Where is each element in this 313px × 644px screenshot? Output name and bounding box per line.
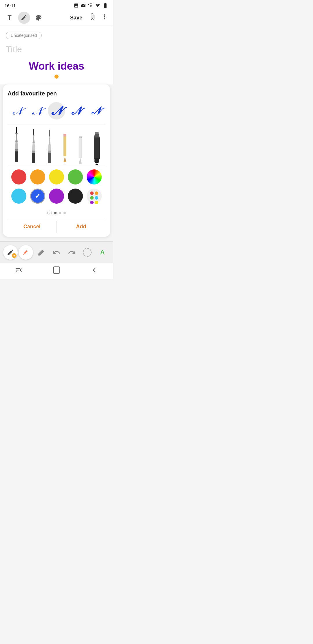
svg-rect-27 (94, 138, 100, 159)
highlighter-tool[interactable] (19, 245, 33, 260)
mini-dot-1 (90, 191, 94, 195)
more-vert-icon (101, 13, 108, 21)
pen-tool-button[interactable] (18, 12, 30, 24)
svg-rect-13 (48, 151, 51, 153)
pen-type-3[interactable] (44, 127, 55, 165)
svg-rect-28 (94, 158, 99, 162)
svg-rect-12 (48, 152, 51, 163)
status-bar: 16:11 (0, 0, 113, 10)
nav-home-button[interactable] (49, 266, 64, 274)
svg-rect-0 (15, 151, 18, 162)
pen-style-2[interactable]: 𝒩 (28, 102, 46, 120)
lasso-icon (83, 248, 92, 257)
lasso-tool[interactable] (80, 245, 94, 260)
eraser-icon (37, 249, 45, 256)
color-rainbow[interactable] (87, 169, 102, 184)
pen-type-6[interactable] (90, 127, 103, 165)
pen-style-4[interactable]: 𝒩 (68, 102, 85, 120)
eraser-tool[interactable] (34, 245, 48, 260)
nav-bar (0, 263, 113, 279)
svg-point-5 (15, 133, 18, 135)
main-toolbar: T Save (0, 10, 113, 26)
color-row-1 (9, 169, 104, 184)
save-button[interactable]: Save (67, 13, 85, 23)
nav-menu-icon (15, 266, 23, 274)
color-purple[interactable] (49, 189, 64, 204)
page-dot-4[interactable] (63, 212, 66, 214)
color-orange[interactable] (30, 169, 45, 184)
mail-icon (81, 3, 86, 8)
dialog-actions: Cancel Add (8, 219, 105, 234)
nav-menu-button[interactable] (12, 266, 26, 274)
more-options-button[interactable] (100, 12, 110, 23)
pen-style-5[interactable]: 𝒩 (87, 102, 104, 120)
bottom-toolbar: ★ A (0, 241, 113, 263)
svg-rect-18 (63, 136, 66, 156)
nav-back-button[interactable] (87, 266, 101, 274)
cancel-button[interactable]: Cancel (8, 219, 57, 234)
color-green[interactable] (68, 169, 83, 184)
undo-icon (52, 248, 61, 256)
spellcheck-icon: A (100, 249, 105, 256)
svg-rect-23 (79, 138, 82, 158)
palette-icon (35, 14, 42, 21)
add-button[interactable]: Add (57, 219, 106, 234)
color-black[interactable] (68, 189, 83, 204)
svg-marker-20 (63, 156, 66, 162)
redo-icon (68, 248, 76, 256)
cursor-indicator (54, 75, 59, 79)
mini-dot-2 (95, 191, 98, 195)
pen-style-1[interactable]: 𝒩 (9, 102, 26, 120)
signal-icon (95, 3, 100, 8)
attachment-button[interactable] (88, 12, 97, 23)
svg-point-17 (49, 136, 50, 137)
mini-dot-5 (90, 201, 94, 204)
text-icon: T (8, 14, 11, 21)
page-dot-clock[interactable]: ⊙ (47, 211, 52, 215)
star-badge: ★ (12, 253, 17, 258)
color-more[interactable] (87, 189, 102, 204)
nav-back-icon (90, 266, 98, 274)
page-dot-2[interactable] (54, 212, 57, 214)
redo-button[interactable] (65, 245, 79, 260)
page-dot-3[interactable] (59, 212, 61, 214)
pen-style-3[interactable]: 𝒩 (48, 102, 65, 120)
svg-marker-15 (49, 136, 50, 145)
tag-chip[interactable]: Uncategorised (6, 32, 42, 39)
pen-images-row (8, 124, 105, 165)
svg-rect-29 (95, 162, 99, 163)
mini-dot-3 (90, 196, 94, 200)
pen-type-2[interactable] (28, 127, 39, 165)
note-title[interactable]: Title (6, 44, 107, 54)
color-red[interactable] (11, 169, 26, 184)
page-indicators: ⊙ (8, 208, 105, 217)
undo-button[interactable] (49, 245, 64, 260)
dialog-title: Add favourite pen (8, 90, 105, 97)
svg-marker-31 (94, 133, 100, 138)
paperclip-icon (89, 13, 96, 21)
pen-style-selector: 𝒩 𝒩 𝒩 𝒩 𝒩 (8, 102, 105, 120)
svg-rect-1 (15, 149, 18, 151)
pen-type-5[interactable] (75, 127, 85, 165)
color-yellow[interactable] (49, 169, 64, 184)
svg-marker-9 (32, 135, 35, 143)
svg-marker-24 (79, 158, 82, 164)
highlighter-icon (22, 249, 30, 256)
color-blue-selected[interactable]: ✓ (30, 189, 45, 204)
battery-icon (102, 2, 108, 9)
svg-rect-22 (63, 134, 66, 135)
color-row-2: ✓ (9, 189, 104, 204)
pen-type-1[interactable] (10, 127, 23, 165)
pen-type-4[interactable] (60, 127, 70, 165)
text-tool-button[interactable]: T (3, 12, 16, 24)
palette-button[interactable] (32, 12, 45, 24)
spellcheck-tool[interactable]: A (95, 245, 110, 260)
check-mark: ✓ (35, 192, 41, 200)
svg-rect-6 (32, 152, 35, 163)
color-section: ✓ (8, 165, 105, 204)
note-area: Uncategorised Title Work ideas (0, 26, 113, 84)
svg-marker-30 (95, 163, 99, 165)
color-cyan[interactable] (11, 189, 26, 204)
note-content: Work ideas (6, 60, 107, 72)
pen-tool[interactable]: ★ (3, 245, 18, 260)
